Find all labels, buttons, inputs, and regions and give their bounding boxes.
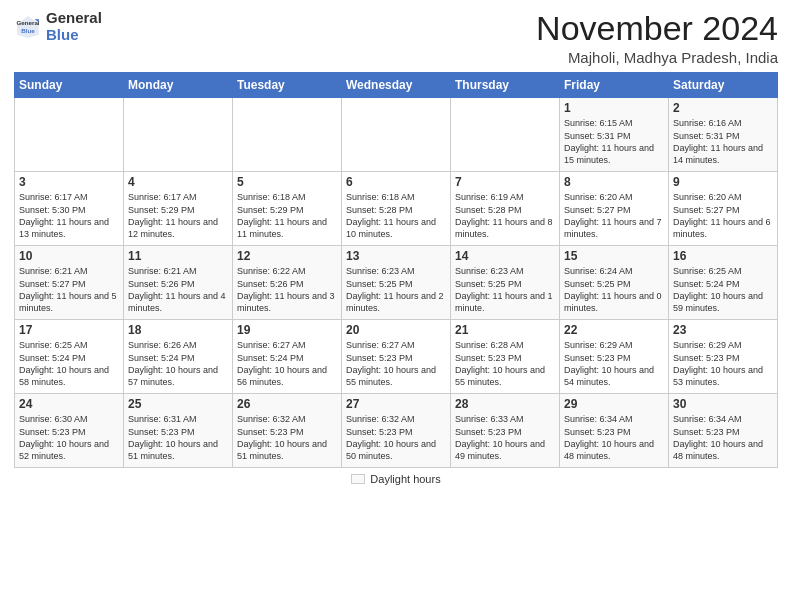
day-number: 29 xyxy=(564,397,664,411)
calendar-cell: 10Sunrise: 6:21 AM Sunset: 5:27 PM Dayli… xyxy=(15,246,124,320)
day-info: Sunrise: 6:18 AM Sunset: 5:28 PM Dayligh… xyxy=(346,191,446,240)
calendar-cell: 23Sunrise: 6:29 AM Sunset: 5:23 PM Dayli… xyxy=(669,320,778,394)
calendar-cell: 8Sunrise: 6:20 AM Sunset: 5:27 PM Daylig… xyxy=(560,172,669,246)
calendar-cell: 6Sunrise: 6:18 AM Sunset: 5:28 PM Daylig… xyxy=(342,172,451,246)
day-info: Sunrise: 6:29 AM Sunset: 5:23 PM Dayligh… xyxy=(564,339,664,388)
calendar-cell: 25Sunrise: 6:31 AM Sunset: 5:23 PM Dayli… xyxy=(124,394,233,468)
day-info: Sunrise: 6:31 AM Sunset: 5:23 PM Dayligh… xyxy=(128,413,228,462)
day-number: 10 xyxy=(19,249,119,263)
day-number: 6 xyxy=(346,175,446,189)
legend-daylight: Daylight hours xyxy=(351,473,440,485)
calendar-cell: 12Sunrise: 6:22 AM Sunset: 5:26 PM Dayli… xyxy=(233,246,342,320)
day-number: 1 xyxy=(564,101,664,115)
page-container: General Blue General Blue November 2024 … xyxy=(0,0,792,491)
calendar-table: Sunday Monday Tuesday Wednesday Thursday… xyxy=(14,72,778,468)
calendar-cell: 21Sunrise: 6:28 AM Sunset: 5:23 PM Dayli… xyxy=(451,320,560,394)
day-info: Sunrise: 6:20 AM Sunset: 5:27 PM Dayligh… xyxy=(564,191,664,240)
day-info: Sunrise: 6:22 AM Sunset: 5:26 PM Dayligh… xyxy=(237,265,337,314)
day-info: Sunrise: 6:21 AM Sunset: 5:26 PM Dayligh… xyxy=(128,265,228,314)
calendar-cell: 2Sunrise: 6:16 AM Sunset: 5:31 PM Daylig… xyxy=(669,98,778,172)
day-info: Sunrise: 6:27 AM Sunset: 5:23 PM Dayligh… xyxy=(346,339,446,388)
day-number: 24 xyxy=(19,397,119,411)
day-info: Sunrise: 6:29 AM Sunset: 5:23 PM Dayligh… xyxy=(673,339,773,388)
day-info: Sunrise: 6:25 AM Sunset: 5:24 PM Dayligh… xyxy=(673,265,773,314)
day-number: 20 xyxy=(346,323,446,337)
day-info: Sunrise: 6:32 AM Sunset: 5:23 PM Dayligh… xyxy=(237,413,337,462)
calendar-cell: 16Sunrise: 6:25 AM Sunset: 5:24 PM Dayli… xyxy=(669,246,778,320)
calendar-cell: 3Sunrise: 6:17 AM Sunset: 5:30 PM Daylig… xyxy=(15,172,124,246)
calendar-cell: 28Sunrise: 6:33 AM Sunset: 5:23 PM Dayli… xyxy=(451,394,560,468)
calendar-cell: 15Sunrise: 6:24 AM Sunset: 5:25 PM Dayli… xyxy=(560,246,669,320)
day-number: 25 xyxy=(128,397,228,411)
day-info: Sunrise: 6:19 AM Sunset: 5:28 PM Dayligh… xyxy=(455,191,555,240)
calendar-header-row: Sunday Monday Tuesday Wednesday Thursday… xyxy=(15,73,778,98)
calendar-cell: 9Sunrise: 6:20 AM Sunset: 5:27 PM Daylig… xyxy=(669,172,778,246)
day-info: Sunrise: 6:21 AM Sunset: 5:27 PM Dayligh… xyxy=(19,265,119,314)
calendar-cell xyxy=(342,98,451,172)
calendar-cell: 17Sunrise: 6:25 AM Sunset: 5:24 PM Dayli… xyxy=(15,320,124,394)
title-block: November 2024 Majholi, Madhya Pradesh, I… xyxy=(536,10,778,66)
day-number: 28 xyxy=(455,397,555,411)
day-info: Sunrise: 6:30 AM Sunset: 5:23 PM Dayligh… xyxy=(19,413,119,462)
day-info: Sunrise: 6:33 AM Sunset: 5:23 PM Dayligh… xyxy=(455,413,555,462)
day-info: Sunrise: 6:23 AM Sunset: 5:25 PM Dayligh… xyxy=(455,265,555,314)
calendar-cell: 11Sunrise: 6:21 AM Sunset: 5:26 PM Dayli… xyxy=(124,246,233,320)
col-thursday: Thursday xyxy=(451,73,560,98)
col-friday: Friday xyxy=(560,73,669,98)
calendar-cell: 19Sunrise: 6:27 AM Sunset: 5:24 PM Dayli… xyxy=(233,320,342,394)
col-monday: Monday xyxy=(124,73,233,98)
calendar-cell: 18Sunrise: 6:26 AM Sunset: 5:24 PM Dayli… xyxy=(124,320,233,394)
day-number: 12 xyxy=(237,249,337,263)
calendar-cell: 14Sunrise: 6:23 AM Sunset: 5:25 PM Dayli… xyxy=(451,246,560,320)
day-info: Sunrise: 6:20 AM Sunset: 5:27 PM Dayligh… xyxy=(673,191,773,240)
day-number: 2 xyxy=(673,101,773,115)
day-info: Sunrise: 6:18 AM Sunset: 5:29 PM Dayligh… xyxy=(237,191,337,240)
day-number: 8 xyxy=(564,175,664,189)
legend: Daylight hours xyxy=(14,473,778,485)
day-number: 9 xyxy=(673,175,773,189)
day-number: 27 xyxy=(346,397,446,411)
day-info: Sunrise: 6:15 AM Sunset: 5:31 PM Dayligh… xyxy=(564,117,664,166)
day-number: 30 xyxy=(673,397,773,411)
day-info: Sunrise: 6:27 AM Sunset: 5:24 PM Dayligh… xyxy=(237,339,337,388)
day-number: 15 xyxy=(564,249,664,263)
day-number: 7 xyxy=(455,175,555,189)
logo-text: General Blue xyxy=(46,10,102,43)
day-number: 3 xyxy=(19,175,119,189)
calendar-week-row: 24Sunrise: 6:30 AM Sunset: 5:23 PM Dayli… xyxy=(15,394,778,468)
calendar-cell: 26Sunrise: 6:32 AM Sunset: 5:23 PM Dayli… xyxy=(233,394,342,468)
day-number: 23 xyxy=(673,323,773,337)
calendar-cell: 22Sunrise: 6:29 AM Sunset: 5:23 PM Dayli… xyxy=(560,320,669,394)
day-info: Sunrise: 6:24 AM Sunset: 5:25 PM Dayligh… xyxy=(564,265,664,314)
col-wednesday: Wednesday xyxy=(342,73,451,98)
calendar-cell: 24Sunrise: 6:30 AM Sunset: 5:23 PM Dayli… xyxy=(15,394,124,468)
day-info: Sunrise: 6:34 AM Sunset: 5:23 PM Dayligh… xyxy=(673,413,773,462)
calendar-cell: 7Sunrise: 6:19 AM Sunset: 5:28 PM Daylig… xyxy=(451,172,560,246)
location: Majholi, Madhya Pradesh, India xyxy=(536,49,778,66)
header: General Blue General Blue November 2024 … xyxy=(14,10,778,66)
day-info: Sunrise: 6:25 AM Sunset: 5:24 PM Dayligh… xyxy=(19,339,119,388)
col-saturday: Saturday xyxy=(669,73,778,98)
calendar-cell: 1Sunrise: 6:15 AM Sunset: 5:31 PM Daylig… xyxy=(560,98,669,172)
day-number: 4 xyxy=(128,175,228,189)
day-number: 19 xyxy=(237,323,337,337)
calendar-cell: 29Sunrise: 6:34 AM Sunset: 5:23 PM Dayli… xyxy=(560,394,669,468)
month-title: November 2024 xyxy=(536,10,778,47)
generalblue-logo-icon: General Blue xyxy=(14,13,42,41)
day-number: 14 xyxy=(455,249,555,263)
day-info: Sunrise: 6:17 AM Sunset: 5:30 PM Dayligh… xyxy=(19,191,119,240)
col-tuesday: Tuesday xyxy=(233,73,342,98)
day-info: Sunrise: 6:26 AM Sunset: 5:24 PM Dayligh… xyxy=(128,339,228,388)
day-info: Sunrise: 6:28 AM Sunset: 5:23 PM Dayligh… xyxy=(455,339,555,388)
logo: General Blue General Blue xyxy=(14,10,102,43)
calendar-cell: 30Sunrise: 6:34 AM Sunset: 5:23 PM Dayli… xyxy=(669,394,778,468)
calendar-cell: 4Sunrise: 6:17 AM Sunset: 5:29 PM Daylig… xyxy=(124,172,233,246)
calendar-week-row: 17Sunrise: 6:25 AM Sunset: 5:24 PM Dayli… xyxy=(15,320,778,394)
day-number: 13 xyxy=(346,249,446,263)
calendar-cell: 27Sunrise: 6:32 AM Sunset: 5:23 PM Dayli… xyxy=(342,394,451,468)
legend-daylight-label: Daylight hours xyxy=(370,473,440,485)
col-sunday: Sunday xyxy=(15,73,124,98)
day-number: 17 xyxy=(19,323,119,337)
calendar-cell xyxy=(124,98,233,172)
calendar-cell xyxy=(451,98,560,172)
